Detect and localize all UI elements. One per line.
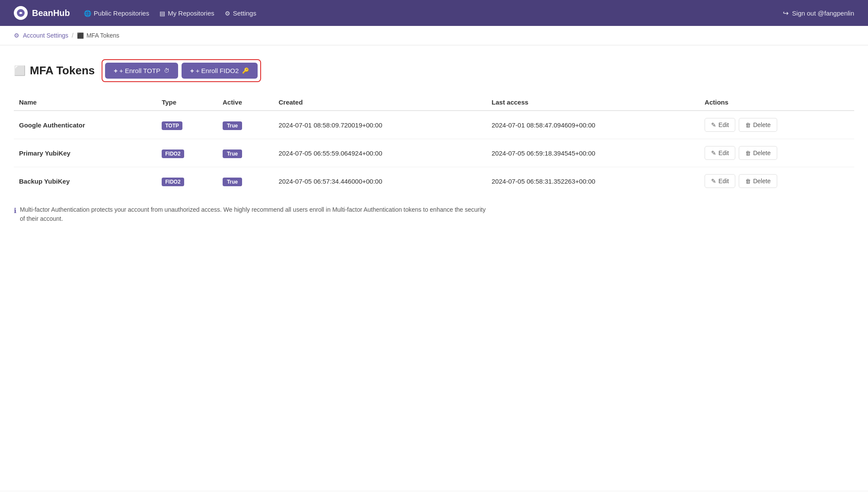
- cell-actions-0: ✎ Edit 🗑 Delete: [699, 111, 854, 139]
- edit-button-2[interactable]: ✎ Edit: [705, 174, 735, 188]
- cell-active-0: True: [217, 111, 274, 139]
- type-badge-2: FIDO2: [162, 178, 184, 186]
- edit-button-0[interactable]: ✎ Edit: [705, 118, 735, 132]
- cell-last-access-1: 2024-07-05 06:59:18.394545+00:00: [486, 139, 699, 167]
- table-row: Backup YubiKey FIDO2 True 2024-07-05 06:…: [14, 167, 854, 195]
- mfa-breadcrumb-icon: [77, 32, 84, 39]
- col-created: Created: [273, 94, 486, 111]
- nav-my-repos[interactable]: My Repositories: [160, 10, 214, 17]
- mfa-table: Name Type Active Created Last access Act…: [14, 94, 854, 195]
- edit-button-1[interactable]: ✎ Edit: [705, 146, 735, 160]
- info-text: Multi-factor Authentication protects you…: [20, 205, 489, 223]
- yubikey-icon: 🔑: [242, 67, 249, 74]
- type-badge-1: FIDO2: [162, 149, 184, 158]
- cell-name-0: Google Authenticator: [14, 111, 156, 139]
- active-badge-2: True: [223, 178, 242, 186]
- breadcrumb-separator: /: [72, 32, 73, 39]
- delete-button-1[interactable]: 🗑 Delete: [739, 146, 777, 160]
- enroll-fido2-button[interactable]: + + Enroll FIDO2 🔑: [182, 63, 258, 79]
- signout-icon: [783, 9, 788, 17]
- cell-created-0: 2024-07-01 08:58:09.720019+00:00: [273, 111, 486, 139]
- info-icon: ℹ: [14, 206, 16, 216]
- clock-icon: ⏱: [164, 67, 169, 74]
- nav-settings[interactable]: Settings: [225, 10, 256, 17]
- cell-name-1: Primary YubiKey: [14, 139, 156, 167]
- navbar-left: BeanHub Public Repositories My Repositor…: [14, 6, 256, 20]
- cell-actions-1: ✎ Edit 🗑 Delete: [699, 139, 854, 167]
- cell-created-1: 2024-07-05 06:55:59.064924+00:00: [273, 139, 486, 167]
- cell-type-2: FIDO2: [156, 167, 217, 195]
- edit-icon-2: ✎: [711, 178, 716, 184]
- delete-button-0[interactable]: 🗑 Delete: [739, 118, 777, 132]
- enroll-buttons-group: + + Enroll TOTP ⏱ + + Enroll FIDO2 🔑: [102, 59, 261, 82]
- navbar: BeanHub Public Repositories My Repositor…: [0, 0, 868, 26]
- cell-type-0: TOTP: [156, 111, 217, 139]
- logo-icon: [14, 6, 28, 20]
- edit-icon-0: ✎: [711, 121, 716, 128]
- type-badge-0: TOTP: [162, 121, 182, 130]
- page-title: ⬜ MFA Tokens: [14, 64, 95, 77]
- col-type: Type: [156, 94, 217, 111]
- edit-icon-1: ✎: [711, 149, 716, 156]
- cell-active-1: True: [217, 139, 274, 167]
- enroll-totp-button[interactable]: + + Enroll TOTP ⏱: [105, 63, 178, 79]
- trash-icon-0: 🗑: [745, 122, 751, 128]
- cell-last-access-0: 2024-07-01 08:58:47.094609+00:00: [486, 111, 699, 139]
- active-badge-1: True: [223, 149, 242, 158]
- logo-link[interactable]: BeanHub: [14, 6, 70, 20]
- footer: 2023 © BeanHub by Launch Platform LLC Be…: [0, 491, 868, 493]
- breadcrumb-current: MFA Tokens: [77, 32, 119, 39]
- cell-name-2: Backup YubiKey: [14, 167, 156, 195]
- mfa-title-icon: ⬜: [14, 65, 26, 76]
- cell-last-access-2: 2024-07-05 06:58:31.352263+00:00: [486, 167, 699, 195]
- plus-totp-icon: +: [114, 67, 118, 74]
- nav-links: Public Repositories My Repositories Sett…: [84, 10, 256, 17]
- plus-fido2-icon: +: [190, 67, 194, 74]
- table-row: Primary YubiKey FIDO2 True 2024-07-05 06…: [14, 139, 854, 167]
- settings-breadcrumb-icon: [14, 32, 19, 39]
- cell-active-2: True: [217, 167, 274, 195]
- cell-type-1: FIDO2: [156, 139, 217, 167]
- col-active: Active: [217, 94, 274, 111]
- table-row: Google Authenticator TOTP True 2024-07-0…: [14, 111, 854, 139]
- delete-button-2[interactable]: 🗑 Delete: [739, 174, 777, 188]
- main-content: ⬜ MFA Tokens + + Enroll TOTP ⏱ + + Enrol…: [0, 45, 868, 491]
- table-header: Name Type Active Created Last access Act…: [14, 94, 854, 111]
- breadcrumb: Account Settings / MFA Tokens: [0, 26, 868, 45]
- cell-created-2: 2024-07-05 06:57:34.446000+00:00: [273, 167, 486, 195]
- trash-icon-1: 🗑: [745, 150, 751, 156]
- breadcrumb-parent-link[interactable]: Account Settings: [23, 32, 68, 39]
- table-body: Google Authenticator TOTP True 2024-07-0…: [14, 111, 854, 195]
- nav-public-repos[interactable]: Public Repositories: [84, 10, 149, 17]
- logo-text: BeanHub: [32, 8, 70, 18]
- active-badge-0: True: [223, 121, 242, 130]
- col-last-access: Last access: [486, 94, 699, 111]
- signout-button[interactable]: Sign out @fangpenlin: [783, 9, 854, 17]
- info-message: ℹ Multi-factor Authentication protects y…: [14, 205, 489, 223]
- trash-icon-2: 🗑: [745, 178, 751, 184]
- page-header: ⬜ MFA Tokens + + Enroll TOTP ⏱ + + Enrol…: [14, 59, 854, 82]
- settings-nav-icon: [225, 10, 230, 17]
- col-actions: Actions: [699, 94, 854, 111]
- col-name: Name: [14, 94, 156, 111]
- cell-actions-2: ✎ Edit 🗑 Delete: [699, 167, 854, 195]
- globe-icon: [84, 10, 91, 17]
- repo-icon: [160, 10, 165, 17]
